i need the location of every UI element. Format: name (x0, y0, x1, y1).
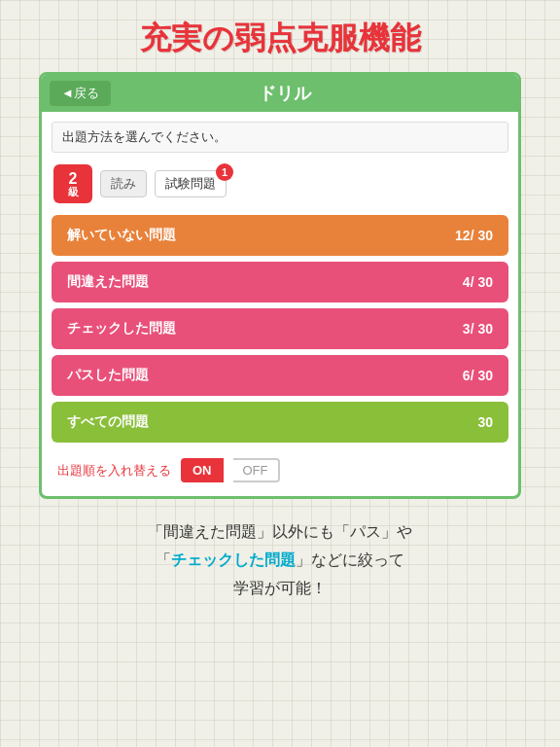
toggle-off-button[interactable]: OFF (233, 458, 280, 482)
problem-label-0: 解いていない問題 (67, 227, 176, 244)
problem-row-2[interactable]: チェックした問題 3/ 30 (52, 308, 508, 349)
problem-row-3[interactable]: パスした問題 6/ 30 (52, 355, 508, 396)
problem-row-0[interactable]: 解いていない問題 12/ 30 (52, 215, 508, 256)
toggle-label: 出題順を入れ替える (57, 462, 171, 480)
bottom-line3: 学習が可能！ (233, 580, 327, 596)
toggle-on-button[interactable]: ON (181, 458, 224, 482)
card: ◄戻る ドリル 出題方法を選んでください。 2 級 読み 試験問題 1 解いてい… (39, 72, 521, 499)
tab-shiken-label: 試験問題 (165, 176, 216, 191)
problem-count-4: 30 (477, 414, 493, 430)
bottom-line2-prefix: 「 (156, 551, 171, 568)
problem-label-3: パスした問題 (67, 367, 149, 384)
bottom-line1: 「間違えた問題」以外にも「パス」や (148, 523, 412, 540)
problem-row-4[interactable]: すべての問題 30 (52, 402, 508, 443)
level-row: 2 級 読み 試験問題 1 (42, 160, 518, 215)
toggle-row: 出題順を入れ替える ON OFF (42, 448, 518, 496)
problem-label-4: すべての問題 (67, 413, 149, 431)
problem-count-0: 12/ 30 (455, 228, 493, 243)
tab-shiken[interactable]: 試験問題 1 (155, 170, 227, 197)
card-title: ドリル (111, 82, 460, 105)
page-title: 充実の弱点克服機能 (0, 0, 560, 72)
bottom-line2-suffix: 」などに絞って (296, 551, 404, 568)
problem-label-2: チェックした問題 (67, 320, 176, 338)
card-header: ◄戻る ドリル (42, 75, 518, 112)
level-suffix: 級 (68, 187, 79, 197)
problem-label-1: 間違えた問題 (67, 273, 149, 291)
subtitle-bar: 出題方法を選んでください。 (52, 122, 508, 153)
bottom-line2-highlight: チェックした問題 (171, 551, 296, 568)
problem-row-1[interactable]: 間違えた問題 4/ 30 (52, 262, 508, 302)
bottom-text: 「間違えた問題」以外にも「パス」や 「チェックした問題」などに絞って 学習が可能… (0, 499, 560, 612)
problem-list: 解いていない問題 12/ 30 間違えた問題 4/ 30 チェックした問題 3/… (42, 215, 518, 443)
level-badge[interactable]: 2 級 (53, 164, 92, 203)
level-number: 2 (69, 171, 78, 187)
problem-count-3: 6/ 30 (463, 368, 493, 383)
tab-yomi[interactable]: 読み (100, 170, 147, 197)
problem-count-2: 3/ 30 (463, 321, 493, 337)
problem-count-1: 4/ 30 (463, 274, 493, 290)
back-button[interactable]: ◄戻る (50, 81, 111, 106)
tab-shiken-badge: 1 (216, 163, 233, 181)
